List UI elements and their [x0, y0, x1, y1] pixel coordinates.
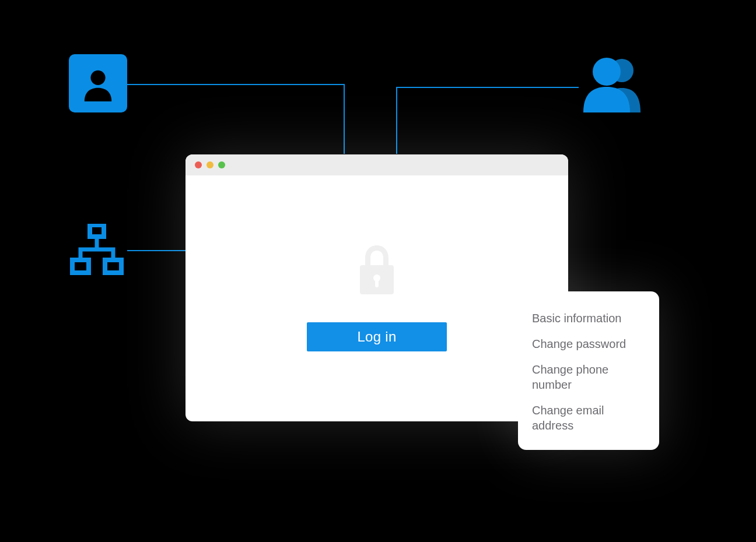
menu-item-change-email[interactable]: Change email address	[532, 397, 645, 438]
users-group-icon	[576, 54, 646, 112]
account-menu: Basic information Change password Change…	[518, 291, 659, 450]
svg-rect-2	[72, 260, 89, 273]
menu-item-change-password[interactable]: Change password	[532, 331, 645, 357]
user-single-icon	[69, 54, 127, 112]
lock-icon	[356, 245, 397, 299]
window-titlebar	[186, 154, 568, 175]
menu-item-basic-information[interactable]: Basic information	[532, 305, 645, 331]
window-close-dot[interactable]	[195, 161, 202, 168]
window-minimize-dot[interactable]	[206, 161, 214, 168]
svg-rect-1	[90, 225, 104, 237]
menu-item-change-phone[interactable]: Change phone number	[532, 357, 645, 397]
window-body: Log in	[186, 175, 568, 421]
org-chart-icon	[69, 224, 125, 275]
browser-window: Log in	[186, 154, 568, 421]
login-button[interactable]: Log in	[307, 322, 447, 351]
svg-point-0	[90, 71, 105, 85]
svg-point-5	[593, 58, 621, 86]
svg-rect-8	[375, 279, 379, 287]
window-maximize-dot[interactable]	[218, 161, 225, 168]
svg-rect-3	[105, 260, 121, 273]
